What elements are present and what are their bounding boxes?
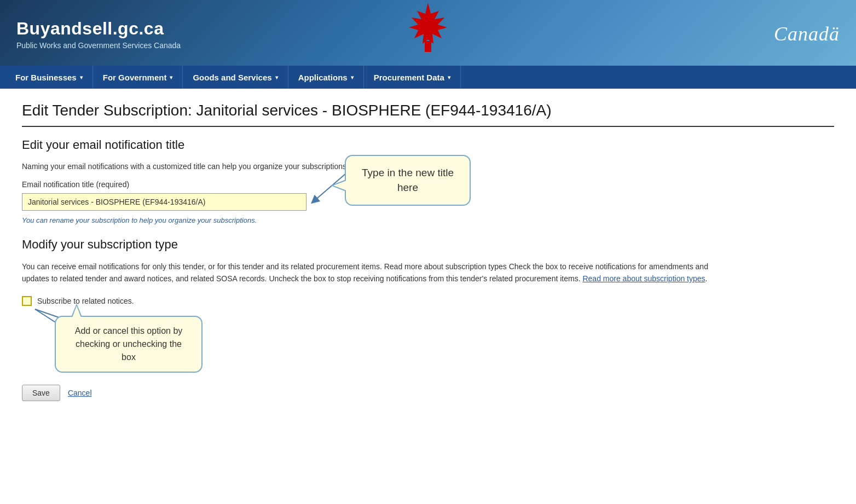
nav-goods-and-services[interactable]: Goods and Services ▾ — [183, 66, 288, 89]
header-subtitle: Public Works and Government Services Can… — [16, 41, 181, 50]
site-title: Buyandsell.gc.ca — [16, 19, 181, 39]
main-navigation: For Businesses ▾ For Government ▾ Goods … — [0, 66, 856, 89]
header-branding: Buyandsell.gc.ca Public Works and Govern… — [16, 19, 181, 50]
email-notification-title-input[interactable] — [22, 193, 306, 211]
nav-for-government[interactable]: For Government ▾ — [93, 66, 183, 89]
nav-procurement-data[interactable]: Procurement Data ▾ — [364, 66, 461, 89]
page-title: Edit Tender Subscription: Janitorial ser… — [22, 102, 834, 127]
chevron-down-icon: ▾ — [448, 74, 450, 80]
modify-description: You can receive email notifications for … — [22, 260, 733, 285]
save-button[interactable]: Save — [22, 385, 60, 401]
email-helper-text: You can rename your subscription to help… — [22, 216, 834, 224]
nav-for-businesses[interactable]: For Businesses ▾ — [5, 66, 93, 89]
subscribe-checkbox[interactable] — [22, 296, 32, 306]
checkbox-callout-bubble: Add or cancel this option by checking or… — [55, 316, 203, 373]
chevron-down-icon: ▾ — [275, 74, 278, 80]
modify-section: Modify your subscription type You can re… — [22, 237, 834, 401]
email-section-heading: Edit your email notification title — [22, 138, 834, 152]
input-callout-bubble: Type in the new title here — [345, 155, 471, 206]
read-more-link[interactable]: Read more about subscription types — [582, 274, 705, 283]
chevron-down-icon: ▾ — [351, 74, 354, 80]
maple-leaf-icon — [398, 0, 458, 60]
arrow-to-input — [309, 193, 347, 210]
cancel-link[interactable]: Cancel — [68, 389, 92, 397]
checkbox-callout-area: Add or cancel this option by checking or… — [22, 316, 834, 373]
chevron-down-icon: ▾ — [80, 74, 83, 80]
subscribe-label: Subscribe to related notices. — [37, 297, 134, 305]
canada-wordmark: Canadä — [774, 23, 840, 45]
maple-leaf-area — [398, 0, 458, 62]
canada-wordmark-area: Canadä — [774, 22, 840, 45]
page-header: Buyandsell.gc.ca Public Works and Govern… — [0, 0, 856, 66]
main-content: Edit Tender Subscription: Janitorial ser… — [0, 89, 856, 418]
form-actions: Save Cancel — [22, 385, 834, 401]
nav-applications[interactable]: Applications ▾ — [288, 66, 364, 89]
chevron-down-icon: ▾ — [170, 74, 172, 80]
svg-rect-0 — [425, 41, 431, 52]
email-input-area: Type in the new title here — [22, 193, 834, 211]
modify-section-heading: Modify your subscription type — [22, 237, 834, 252]
subscribe-checkbox-row: Subscribe to related notices. — [22, 296, 834, 306]
